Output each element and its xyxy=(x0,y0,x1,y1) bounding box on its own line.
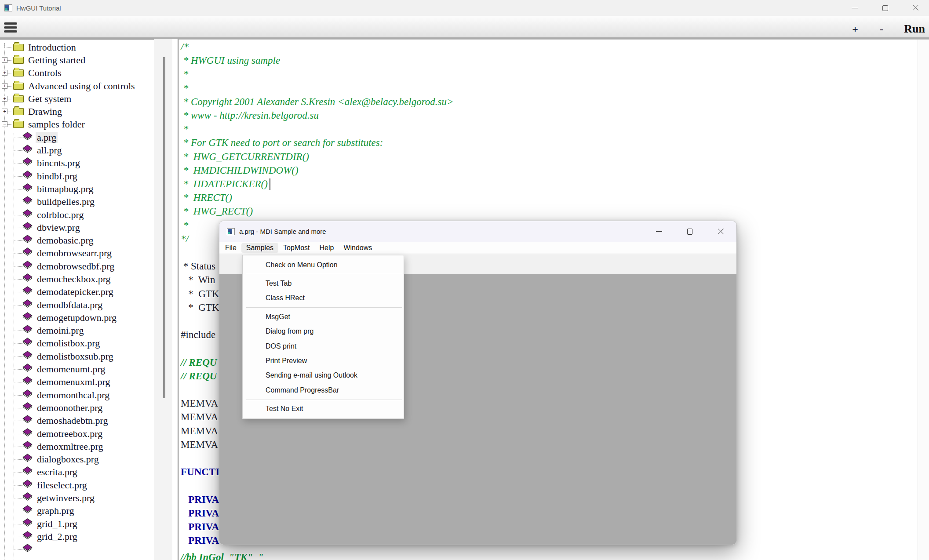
tree-scrollbar-thumb[interactable] xyxy=(163,57,165,398)
menu-item[interactable]: MsgGet xyxy=(243,309,404,324)
menu-item[interactable]: Dialog from prg xyxy=(243,324,404,339)
tree-item-file[interactable]: demolistbox.prg xyxy=(0,337,154,350)
tree-scrollbar[interactable] xyxy=(154,39,172,560)
tree-item-file[interactable]: demoini.prg xyxy=(0,324,154,337)
tree-item-label: demolistbox.prg xyxy=(36,338,101,349)
tree-item-file[interactable]: all.prg xyxy=(0,144,154,156)
tree-item-file[interactable]: bindbf.prg xyxy=(0,170,154,182)
maximize-button[interactable] xyxy=(875,0,895,16)
minimize-button[interactable] xyxy=(845,0,865,16)
tree-item-folder[interactable]: Introduction xyxy=(0,41,154,54)
tree-item-file[interactable]: grid_1.prg xyxy=(0,517,154,530)
tree-item-file[interactable]: demobasic.prg xyxy=(0,234,154,247)
mdi-close-button[interactable] xyxy=(710,221,731,242)
tree-item-file[interactable]: demotreebox.prg xyxy=(0,427,154,440)
tree-item-folder[interactable]: +Advanced using of controls xyxy=(0,80,154,92)
book-icon xyxy=(22,441,33,452)
tree-item-label: Advanced using of controls xyxy=(27,80,136,92)
mdi-minimize-button[interactable] xyxy=(649,221,669,242)
tree-item-folder[interactable]: +Drawing xyxy=(0,105,154,118)
tree-item-label: demomenuxml.prg xyxy=(36,376,111,388)
tree-item-file[interactable]: bincnts.prg xyxy=(0,157,154,170)
tree-expand-toggle[interactable]: + xyxy=(2,57,7,63)
tree-item-file[interactable]: bitmapbug.prg xyxy=(0,182,154,195)
tree-item-file[interactable]: demomonthcal.prg xyxy=(0,389,154,401)
tree-item-file[interactable]: demobrowsedbf.prg xyxy=(0,260,154,273)
run-button[interactable]: Run xyxy=(902,21,927,37)
book-icon xyxy=(22,183,33,195)
tree-item-file[interactable]: a.prg xyxy=(0,131,154,144)
tree-item-file[interactable]: demoxmltree.prg xyxy=(0,440,154,453)
code-line: * HMDICHILDWINDOW() xyxy=(181,164,299,177)
menu-item[interactable]: Sending e-mail using Outlook xyxy=(243,368,404,383)
tree-item-folder[interactable]: −samples folder xyxy=(0,118,154,131)
tree-item-file[interactable]: colrbloc.prg xyxy=(0,208,154,221)
menu-item[interactable]: DOS print xyxy=(243,339,404,353)
editor-scrollbar[interactable] xyxy=(918,40,929,560)
book-icon xyxy=(22,492,33,504)
tree-expand-toggle[interactable]: − xyxy=(2,121,7,127)
tree-item-file[interactable]: demodbfdata.prg xyxy=(0,298,154,311)
tree-item-folder[interactable]: +Get system xyxy=(0,92,154,105)
menu-item[interactable]: Command ProgressBar xyxy=(243,383,404,397)
tree-item-file[interactable]: demobrowsearr.prg xyxy=(0,247,154,260)
code-line: * For GTK need to port or search for sub… xyxy=(181,136,383,149)
tree-item-file[interactable]: dbview.prg xyxy=(0,221,154,234)
menu-separator xyxy=(246,307,402,308)
tree-item-file[interactable]: graph.prg xyxy=(0,505,154,517)
menu-item[interactable]: Test No Exit xyxy=(243,402,404,416)
mdi-menu-samples[interactable]: Samples xyxy=(241,243,278,253)
tree-item-file[interactable]: democheckbox.prg xyxy=(0,273,154,285)
tree-item-file[interactable]: demoonother.prg xyxy=(0,401,154,414)
mdi-menu-topmost[interactable]: TopMost xyxy=(278,243,314,253)
tree-item-file[interactable]: escrita.prg xyxy=(0,466,154,479)
tree-item-folder[interactable]: +Getting started xyxy=(0,54,154,66)
tree-item-label: getwinvers.prg xyxy=(36,492,96,504)
tree-expand-toggle[interactable]: + xyxy=(2,96,7,102)
tree-connector xyxy=(14,305,22,305)
menu-item[interactable]: Class HRect xyxy=(243,291,404,305)
zoom-out-button[interactable]: - xyxy=(876,21,887,37)
tree-item-file[interactable]: demogetupdown.prg xyxy=(0,311,154,324)
tree-item-folder[interactable]: +Controls xyxy=(0,67,154,80)
tree-item-file[interactable]: demomenuxml.prg xyxy=(0,376,154,389)
tree-expand-toggle[interactable]: + xyxy=(2,83,7,89)
mdi-maximize-button[interactable] xyxy=(680,221,700,242)
tree-item-file[interactable]: dialogboxes.prg xyxy=(0,453,154,466)
tree-item-label: demobrowsedbf.prg xyxy=(36,261,116,272)
tree-item-label: grid_2.prg xyxy=(36,531,79,542)
tree-item-file[interactable]: fileselect.prg xyxy=(0,479,154,491)
tree-item-file[interactable]: buildpelles.prg xyxy=(0,196,154,208)
mdi-menu-file[interactable]: File xyxy=(220,243,241,253)
book-icon xyxy=(22,531,33,542)
tree-expand-toggle[interactable]: + xyxy=(2,109,7,114)
book-icon xyxy=(22,196,33,207)
zoom-in-button[interactable]: + xyxy=(850,21,860,37)
tree-connector xyxy=(14,163,22,164)
tree-item-file[interactable]: demodatepicker.prg xyxy=(0,286,154,298)
tree-item-file[interactable]: grid_2.prg xyxy=(0,530,154,543)
tree-connector xyxy=(14,421,22,421)
hamburger-menu-icon[interactable] xyxy=(4,22,17,34)
tree-connector xyxy=(4,47,13,48)
tree-connector xyxy=(14,537,22,537)
tree-connector xyxy=(14,318,22,318)
mdi-menu-windows[interactable]: Windows xyxy=(339,243,377,253)
tree-item-file[interactable]: demoshadebtn.prg xyxy=(0,415,154,427)
code-line: * xyxy=(181,122,188,136)
menu-item[interactable]: Check on Menu Option xyxy=(243,258,404,272)
code-line: * www - http://kresin.belgorod.su xyxy=(181,109,319,122)
menu-item[interactable]: Print Preview xyxy=(243,353,404,368)
tree-item-file[interactable]: demomenumt.prg xyxy=(0,363,154,375)
tree-connector xyxy=(14,176,22,177)
tree-expand-toggle[interactable]: + xyxy=(2,70,7,76)
tree-item-file[interactable] xyxy=(0,543,154,556)
tree-item-file[interactable]: getwinvers.prg xyxy=(0,491,154,504)
tree-item-label: all.prg xyxy=(36,145,63,156)
mdi-menu-help[interactable]: Help xyxy=(315,243,339,253)
menu-item[interactable]: Test Tab xyxy=(243,276,404,291)
tree-item-file[interactable]: demolistboxsub.prg xyxy=(0,350,154,363)
close-button[interactable] xyxy=(905,0,925,16)
code-line: FUNCTI xyxy=(181,465,219,479)
mdi-titlebar[interactable]: a.prg - MDI Sample and more xyxy=(219,221,736,242)
